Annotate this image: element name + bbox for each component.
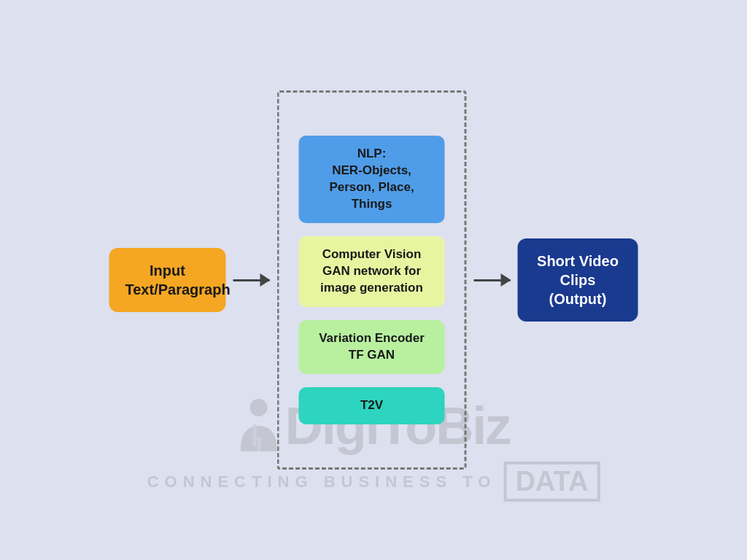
- output-box: Short Video Clips (Output): [518, 238, 638, 322]
- arrow-left: [233, 279, 270, 281]
- input-box: Input Text/Paragraph: [109, 248, 226, 312]
- arrow-right-line: [474, 279, 511, 281]
- input-label: Input Text/Paragraph: [125, 262, 231, 298]
- t2v-box: T2V: [299, 387, 445, 424]
- cv-label: Computer Vision GAN network for image ge…: [320, 247, 423, 295]
- t2v-label: T2V: [360, 398, 383, 412]
- output-label: Short Video Clips (Output): [537, 253, 619, 307]
- watermark-tagline: CONNECTING BUSINESS TO: [147, 472, 497, 491]
- flow-diagram: Input Text/Paragraph NLP:NER-Objects,Per…: [109, 90, 638, 470]
- nlp-box: NLP:NER-Objects,Person, Place,Things: [299, 136, 445, 223]
- cv-box: Computer Vision GAN network for image ge…: [299, 236, 445, 307]
- arrow-left-line: [233, 279, 270, 281]
- processing-container: NLP:NER-Objects,Person, Place,Things Com…: [277, 90, 467, 470]
- variation-box: Variation Encoder TF GAN: [299, 320, 445, 374]
- nlp-label: NLP:NER-Objects,Person, Place,Things: [329, 147, 414, 211]
- variation-label: Variation Encoder TF GAN: [319, 331, 425, 362]
- arrow-right: [474, 279, 511, 281]
